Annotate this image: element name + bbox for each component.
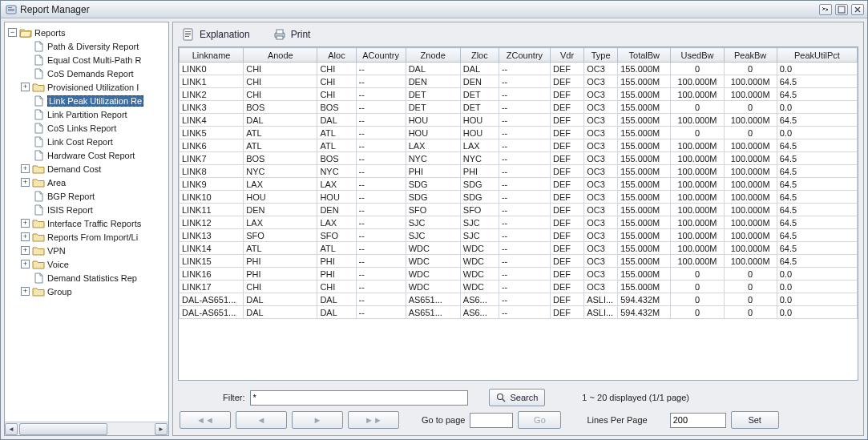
tree-toggle[interactable]: + (21, 246, 30, 255)
table-row[interactable]: LINK17CHICHI--WDCWDC--DEFOC3155.000M000.… (180, 281, 858, 293)
report-tree[interactable]: −ReportsPath & Diversity ReportEqual Cos… (5, 22, 168, 422)
table-row[interactable]: LINK14ATLATL--WDCWDC--DEFOC3155.000M100.… (180, 242, 858, 255)
table-cell: -- (499, 191, 550, 204)
prev-page-icon: ◄ (257, 415, 266, 425)
table-row[interactable]: LINK0CHICHI--DALDAL--DEFOC3155.000M000.0 (180, 63, 858, 75)
tree-item-label[interactable]: Hardware Cost Report (47, 151, 135, 160)
table-row[interactable]: LINK5ATLATL--HOUHOU--DEFOC3155.000M000.0 (180, 127, 858, 139)
scroll-right-icon[interactable]: ► (155, 423, 168, 435)
tree-item-label[interactable]: Group (47, 287, 72, 297)
maximize-button[interactable] (835, 4, 848, 15)
filter-input[interactable] (250, 390, 468, 406)
lines-per-page-input[interactable] (670, 413, 726, 428)
search-button[interactable]: Search (489, 389, 546, 406)
tree-toggle[interactable]: − (8, 28, 17, 37)
table-header-row[interactable]: LinknameAnodeAlocACountryZnodeZlocZCount… (180, 48, 858, 63)
table-row[interactable]: LINK1CHICHI--DENDEN--DEFOC3155.000M100.0… (180, 75, 858, 88)
table-cell: -- (499, 242, 550, 255)
tree-toggle[interactable]: + (21, 287, 30, 296)
first-page-button[interactable]: ◄◄ (180, 411, 231, 429)
table-cell: 100.000M (724, 75, 777, 88)
tree-item-label[interactable]: Equal Cost Multi-Path R (47, 55, 141, 65)
table-row[interactable]: LINK4DALDAL--HOUHOU--DEFOC3155.000M100.0… (180, 114, 858, 127)
table-row[interactable]: LINK11DENDEN--SFOSFO--DEFOC3155.000M100.… (180, 204, 858, 216)
tree-item-label[interactable]: Reports From Import/Li (47, 232, 138, 242)
prev-page-button[interactable]: ◄ (236, 411, 287, 429)
table-row[interactable]: LINK15PHIPHI--WDCWDC--DEFOC3155.000M100.… (180, 255, 858, 268)
table-cell: 155.000M (618, 165, 671, 178)
column-header[interactable]: Vdr (551, 48, 584, 63)
column-header[interactable]: Anode (244, 48, 317, 63)
table-row[interactable]: LINK9LAXLAX--SDGSDG--DEFOC3155.000M100.0… (180, 178, 858, 191)
tree-item-label[interactable]: Area (47, 178, 66, 188)
tree-toggle[interactable]: + (21, 232, 30, 241)
table-cell: DEF (551, 75, 584, 88)
explanation-button[interactable]: Explanation (181, 28, 250, 41)
set-button[interactable]: Set (731, 411, 779, 429)
table-row[interactable]: LINK8NYCNYC--PHIPHI--DEFOC3155.000M100.0… (180, 165, 858, 178)
table-cell: 0.0 (777, 281, 857, 293)
tree-toggle[interactable]: + (21, 83, 30, 91)
table-row[interactable]: LINK7BOSBOS--NYCNYC--DEFOC3155.000M100.0… (180, 152, 858, 165)
go-button[interactable]: Go (518, 411, 561, 429)
table-cell: -- (499, 139, 550, 152)
tree-item-label[interactable]: CoS Links Report (47, 123, 116, 133)
table-row[interactable]: LINK13SFOSFO--SJCSJC--DEFOC3155.000M100.… (180, 229, 858, 242)
table-cell: -- (499, 268, 550, 281)
column-header[interactable]: Zloc (460, 48, 499, 63)
column-header[interactable]: Linkname (180, 48, 244, 63)
print-button[interactable]: Print (273, 28, 311, 41)
tree-item-label[interactable]: Provisioned Utilization I (47, 83, 139, 92)
table-cell: 64.5 (777, 255, 857, 268)
table-row[interactable]: LINK12LAXLAX--SJCSJC--DEFOC3155.000M100.… (180, 216, 858, 229)
tree-item-label[interactable]: CoS Demands Report (47, 69, 134, 79)
next-page-button[interactable]: ► (292, 411, 343, 429)
tree-item-label[interactable]: Demand Statistics Rep (47, 273, 137, 283)
report-table[interactable]: LinknameAnodeAlocACountryZnodeZlocZCount… (179, 47, 858, 319)
table-row[interactable]: LINK10HOUHOU--SDGSDG--DEFOC3155.000M100.… (180, 191, 858, 204)
column-header[interactable]: PeakBw (724, 48, 777, 63)
column-header[interactable]: TotalBw (618, 48, 671, 63)
table-row[interactable]: LINK2CHICHI--DETDET--DEFOC3155.000M100.0… (180, 88, 858, 101)
tree-toggle[interactable]: + (21, 219, 30, 228)
close-button[interactable] (851, 4, 864, 15)
tree-toggle[interactable]: + (21, 178, 30, 187)
table-row[interactable]: LINK6ATLATL--LAXLAX--DEFOC3155.000M100.0… (180, 139, 858, 152)
table-cell: 155.000M (618, 281, 671, 293)
table-row[interactable]: DAL-AS651...DALDAL--AS651...AS6...--DEFA… (180, 293, 858, 306)
tree-root-label[interactable]: Reports (34, 28, 66, 38)
column-header[interactable]: PeakUtilPct (777, 48, 857, 63)
table-row[interactable]: LINK3BOSBOS--DETDET--DEFOC3155.000M000.0 (180, 101, 858, 114)
minimize-button[interactable] (819, 4, 832, 15)
tree-item-label[interactable]: ISIS Report (47, 205, 93, 215)
column-header[interactable]: ACountry (356, 48, 406, 63)
tree-item-label[interactable]: Demand Cost (47, 164, 101, 174)
tree-item-label[interactable]: Voice (47, 260, 69, 269)
column-header[interactable]: UsedBw (671, 48, 724, 63)
tree-toggle[interactable]: + (21, 260, 30, 268)
goto-input[interactable] (470, 413, 513, 428)
tree-item-label[interactable]: Interface Traffic Reports (47, 219, 141, 228)
scroll-left-icon[interactable]: ◄ (5, 423, 18, 435)
tree-item-label[interactable]: Link Partition Report (47, 110, 127, 119)
table-cell: LINK11 (180, 204, 244, 216)
table-cell: 100.000M (671, 191, 724, 204)
scroll-thumb[interactable] (19, 423, 107, 435)
tree-item-label[interactable]: BGP Report (47, 192, 95, 201)
table-cell: OC3 (584, 281, 618, 293)
tree-item-label[interactable]: Link Cost Report (47, 137, 113, 147)
column-header[interactable]: Znode (406, 48, 460, 63)
tree-item-label[interactable]: Path & Diversity Report (47, 42, 139, 51)
column-header[interactable]: Aloc (317, 48, 356, 63)
table-row[interactable]: DAL-AS651...DALDAL--AS651...AS6...--DEFA… (180, 306, 858, 319)
table-row[interactable]: LINK16PHIPHI--WDCWDC--DEFOC3155.000M000.… (180, 268, 858, 281)
last-page-button[interactable]: ►► (348, 411, 399, 429)
tree-item-label[interactable]: VPN (47, 246, 66, 256)
tree-toggle[interactable]: + (21, 164, 30, 173)
table-cell: LINK16 (180, 268, 244, 281)
table-cell: DEF (551, 152, 584, 165)
tree-hscrollbar[interactable]: ◄ ► (5, 422, 168, 435)
column-header[interactable]: Type (584, 48, 618, 63)
tree-item-label[interactable]: Link Peak Utilization Re (47, 95, 143, 107)
column-header[interactable]: ZCountry (499, 48, 550, 63)
